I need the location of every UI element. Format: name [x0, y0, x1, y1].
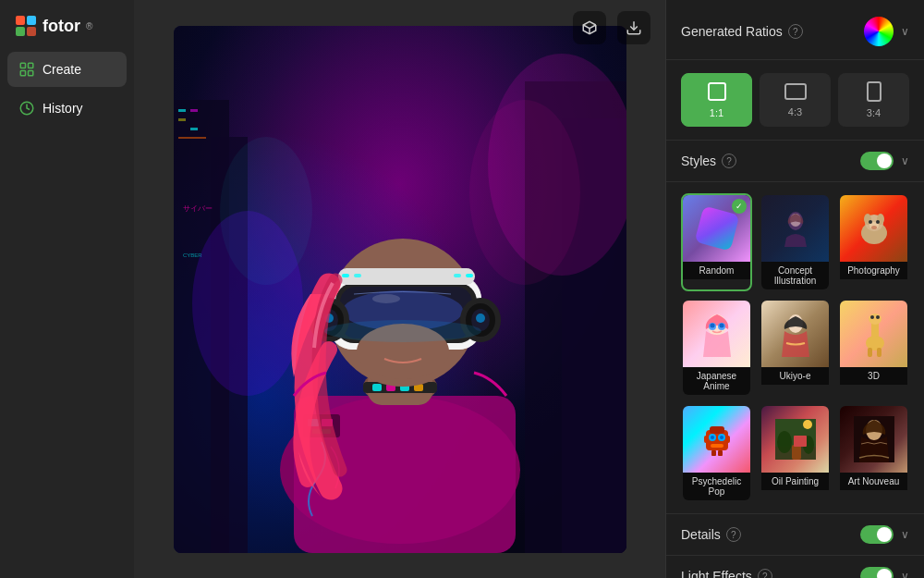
svg-point-95 — [720, 436, 723, 439]
light-effects-help[interactable]: ? — [758, 569, 772, 578]
fotor-logo-icon — [15, 15, 37, 37]
svg-point-75 — [876, 220, 880, 224]
history-icon — [18, 100, 35, 117]
ratio-4-3-label: 4:3 — [788, 106, 802, 117]
logo-sup: ® — [86, 21, 92, 31]
style-psychedelic-thumb — [683, 406, 750, 473]
svg-rect-0 — [16, 16, 25, 25]
style-random-thumb: ✓ — [683, 195, 750, 262]
svg-rect-58 — [454, 274, 461, 277]
logo-text: fotor — [43, 17, 80, 36]
details-help[interactable]: ? — [726, 527, 741, 542]
generated-ratios-title: Generated Ratios — [681, 24, 783, 39]
style-nouveau[interactable]: Art Nouveau — [838, 404, 909, 502]
ratio-1-1-label: 1:1 — [710, 107, 723, 118]
sidebar: fotor® Create History — [0, 0, 134, 578]
svg-rect-4 — [20, 63, 25, 68]
light-effects-section-header[interactable]: Light Effects ? ∨ — [666, 556, 924, 578]
ukiyo-figure-icon — [777, 311, 814, 357]
style-3d[interactable]: 3D — [838, 299, 909, 397]
details-header-right: ∨ — [860, 525, 909, 544]
light-effects-title: Light Effects — [681, 569, 752, 578]
panel-header-right: ∨ — [864, 17, 909, 46]
panel-top-header: Generated Ratios ? ∨ — [666, 0, 924, 60]
light-effects-chevron[interactable]: ∨ — [901, 570, 909, 578]
concept-figure-icon — [777, 210, 814, 247]
styles-grid: ✓ Random Concept Illustration — [681, 193, 909, 502]
style-concept[interactable]: Concept Illustration — [760, 193, 831, 291]
svg-rect-21 — [190, 128, 198, 130]
style-concept-label: Concept Illustration — [761, 262, 829, 289]
svg-point-54 — [476, 314, 485, 323]
svg-rect-6 — [20, 71, 25, 76]
style-random[interactable]: ✓ Random — [681, 193, 752, 291]
style-anime-thumb — [683, 301, 750, 367]
details-chevron[interactable]: ∨ — [901, 528, 909, 541]
style-photography[interactable]: Photography — [838, 193, 909, 291]
styles-toggle[interactable] — [860, 152, 894, 170]
style-psychedelic-label: Psychedelic Pop — [683, 473, 750, 500]
download-button[interactable] — [617, 11, 650, 44]
styles-help[interactable]: ? — [722, 154, 736, 168]
image-area: サイバー CYBER — [134, 0, 665, 578]
svg-rect-97 — [704, 436, 708, 443]
svg-point-84 — [869, 314, 881, 325]
svg-point-81 — [719, 324, 723, 328]
color-wheel-button[interactable] — [864, 17, 894, 46]
svg-rect-59 — [466, 274, 473, 277]
light-effects-header-left: Light Effects ? — [681, 569, 772, 578]
style-concept-thumb — [761, 195, 829, 262]
photo-dog-icon — [856, 210, 893, 247]
ratio-3-4-label: 3:4 — [867, 107, 881, 118]
svg-rect-106 — [794, 436, 807, 447]
svg-rect-100 — [718, 450, 723, 456]
svg-point-80 — [710, 324, 714, 328]
style-anime-label: Japanese Anime — [683, 367, 750, 395]
generated-ratios-help[interactable]: ? — [788, 24, 803, 39]
generated-ratios-header-left: Generated Ratios ? — [681, 24, 803, 39]
style-oil-thumb — [761, 406, 829, 473]
style-ukiyo-label: Ukiyo-e — [761, 367, 829, 385]
svg-point-61 — [324, 320, 481, 342]
style-anime[interactable]: Japanese Anime — [681, 299, 752, 397]
ratio-3-4-button[interactable]: 3:4 — [838, 73, 909, 127]
ratio-1-1-button[interactable]: 1:1 — [681, 73, 752, 127]
svg-rect-20 — [178, 118, 186, 121]
style-nouveau-label: Art Nouveau — [840, 473, 907, 490]
ratio-4-3-icon — [784, 82, 807, 101]
sidebar-item-create[interactable]: Create — [7, 52, 127, 87]
styles-title: Styles — [681, 154, 716, 168]
style-ukiyo[interactable]: Ukiyo-e — [760, 299, 831, 397]
svg-rect-19 — [190, 109, 198, 112]
style-oil[interactable]: Oil Painting — [760, 404, 831, 502]
light-effects-header-right: ∨ — [860, 567, 909, 578]
3d-model-button[interactable] — [573, 11, 606, 44]
style-psychedelic[interactable]: Psychedelic Pop — [681, 404, 752, 502]
svg-point-103 — [777, 431, 792, 453]
svg-rect-98 — [726, 436, 730, 443]
style-photo-label: Photography — [840, 262, 907, 279]
svg-rect-7 — [29, 71, 33, 76]
styles-chevron[interactable]: ∨ — [901, 154, 909, 167]
3d-giraffe-icon — [856, 311, 893, 357]
logo-area: fotor® — [7, 11, 127, 52]
details-section-header[interactable]: Details ? ∨ — [666, 514, 924, 556]
style-oil-label: Oil Painting — [761, 473, 829, 490]
oil-landscape-icon — [775, 419, 816, 460]
main-toolbar — [558, 0, 665, 55]
svg-point-88 — [870, 315, 874, 319]
styles-section-header[interactable]: Styles ? ∨ — [666, 141, 924, 182]
style-random-label: Random — [683, 262, 750, 279]
ratio-4-3-button[interactable]: 4:3 — [760, 73, 831, 127]
light-effects-toggle[interactable] — [860, 567, 894, 578]
svg-rect-56 — [342, 274, 349, 277]
details-toggle[interactable] — [860, 525, 894, 544]
svg-text:サイバー: サイバー — [183, 204, 213, 213]
svg-point-62 — [220, 137, 312, 285]
cyberpunk-illustration: サイバー CYBER — [174, 26, 626, 553]
main-content: サイバー CYBER — [134, 0, 665, 578]
styles-section: ✓ Random Concept Illustration — [666, 182, 924, 514]
anime-figure-icon — [699, 311, 736, 357]
sidebar-item-history[interactable]: History — [7, 91, 127, 126]
generated-ratios-chevron[interactable]: ∨ — [901, 25, 909, 38]
